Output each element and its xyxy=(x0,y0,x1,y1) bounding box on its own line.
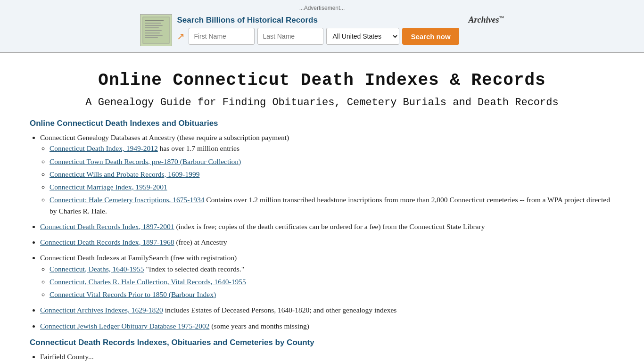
last-name-input[interactable] xyxy=(257,28,323,45)
ct-jewish-ledger-link[interactable]: Connecticut Jewish Ledger Obituary Datab… xyxy=(40,322,209,330)
ct-jewish-ledger-suffix: (some years and months missing) xyxy=(211,322,309,330)
list-item: Connecticut, Deaths, 1640-1955 "Index to… xyxy=(50,263,614,274)
list-item: Connecticut: Hale Cemetery Inscriptions,… xyxy=(50,194,614,216)
list-item: Connecticut Vital Records Prior to 1850 … xyxy=(50,289,614,300)
ancestry-intro: Connecticut Genealogy Databases at Ances… xyxy=(40,133,289,141)
ct-death-index-link[interactable]: Connecticut Death Index, 1949-2012 xyxy=(50,144,158,152)
list-item: Connecticut Marriage Index, 1959-2001 xyxy=(50,181,614,192)
svg-rect-4 xyxy=(145,27,159,28)
ad-form-title: Search Billions of Historical Records xyxy=(177,16,459,25)
section1-list: Connecticut Genealogy Databases at Ances… xyxy=(40,132,614,331)
list-item-death-records-1897-2001: Connecticut Death Records Index, 1897-20… xyxy=(40,221,614,232)
ct-archives-link[interactable]: Connecticut Archives Indexes, 1629-1820 xyxy=(40,306,163,314)
familysearch-sublist: Connecticut, Deaths, 1640-1955 "Index to… xyxy=(50,263,614,300)
page-title: Online Connecticut Death Indexes & Recor… xyxy=(30,71,614,90)
svg-rect-5 xyxy=(145,30,162,31)
ad-banner: ...Advertisement... Search Billions of H… xyxy=(0,0,644,52)
archives-logo: Archives™ xyxy=(469,14,504,25)
svg-rect-2 xyxy=(145,23,161,24)
ct-wills-link[interactable]: Connecticut Wills and Probate Records, 1… xyxy=(50,170,200,178)
list-item-fairfield: Fairfield County... Fairfield Citizen Ne… xyxy=(40,351,614,362)
svg-rect-3 xyxy=(145,25,163,26)
ad-label: ...Advertisement... xyxy=(0,5,644,11)
ct-deaths-1640-link[interactable]: Connecticut, Deaths, 1640-1955 xyxy=(50,265,144,273)
section2-list: Fairfield County... Fairfield Citizen Ne… xyxy=(40,351,614,362)
ct-death-records-1968-suffix: (free) at Ancestry xyxy=(176,238,227,246)
ct-archives-suffix: includes Estates of Deceased Persons, 16… xyxy=(165,306,397,314)
ct-vital-records-link[interactable]: Connecticut Vital Records Prior to 1850 … xyxy=(50,290,216,298)
ct-marriage-link[interactable]: Connecticut Marriage Index, 1959-2001 xyxy=(50,183,167,191)
list-item: Connecticut Wills and Probate Records, 1… xyxy=(50,169,614,180)
svg-rect-6 xyxy=(145,33,160,33)
ct-deaths-1640-suffix: "Index to selected death records." xyxy=(146,265,244,273)
ancestry-sublist: Connecticut Death Index, 1949-2012 has o… xyxy=(50,143,614,216)
ct-town-death-link[interactable]: Connecticut Town Death Records, pre-1870… xyxy=(50,157,241,165)
list-item: Connecticut, Charles R. Hale Collection,… xyxy=(50,276,614,287)
search-now-button[interactable]: Search now xyxy=(402,28,459,45)
list-item: Connecticut Death Index, 1949-2012 has o… xyxy=(50,143,614,154)
list-item-familysearch: Connecticut Death Indexes at FamilySearc… xyxy=(40,252,614,300)
familysearch-intro: Connecticut Death Indexes at FamilySearc… xyxy=(40,254,237,262)
section2-heading: Connecticut Death Records Indexes, Obitu… xyxy=(30,338,614,347)
ct-hale-vital-link[interactable]: Connecticut, Charles R. Hale Collection,… xyxy=(50,278,246,286)
list-item-archives: Connecticut Archives Indexes, 1629-1820 … xyxy=(40,304,614,315)
page-subtitle: A Genealogy Guide for Finding Obituaries… xyxy=(30,97,614,108)
section1-heading: Online Connecticut Death Indexes and Obi… xyxy=(30,119,614,128)
list-item-death-records-1897-1968: Connecticut Death Records Index, 1897-19… xyxy=(40,237,614,247)
ct-death-index-suffix: has over 1.7 million entries xyxy=(160,144,239,152)
ad-thumbnail xyxy=(140,14,172,46)
main-content: Online Connecticut Death Indexes & Recor… xyxy=(16,53,628,362)
first-name-input[interactable] xyxy=(189,28,255,45)
ad-form-area: Search Billions of Historical Records ↗ … xyxy=(177,16,459,45)
location-select[interactable]: All United States Connecticut New York M… xyxy=(326,28,399,45)
list-item: Connecticut Town Death Records, pre-1870… xyxy=(50,156,614,167)
ct-death-records-1968-link[interactable]: Connecticut Death Records Index, 1897-19… xyxy=(40,238,174,246)
list-item-ancestry: Connecticut Genealogy Databases at Ances… xyxy=(40,132,614,216)
ct-death-records-2001-suffix: (index is free; copies of the death cert… xyxy=(176,222,485,230)
ad-form-row: ↗ All United States Connecticut New York… xyxy=(177,28,459,45)
ct-death-records-2001-link[interactable]: Connecticut Death Records Index, 1897-20… xyxy=(40,222,174,230)
ad-arrow-icon: ↗ xyxy=(177,31,185,42)
fairfield-county-label: Fairfield County... xyxy=(40,353,94,361)
ad-inner: Search Billions of Historical Records ↗ … xyxy=(140,14,504,46)
svg-rect-8 xyxy=(145,37,158,38)
ct-hale-cemetery-link[interactable]: Connecticut: Hale Cemetery Inscriptions,… xyxy=(50,196,204,204)
list-item-jewish-ledger: Connecticut Jewish Ledger Obituary Datab… xyxy=(40,321,614,331)
svg-rect-1 xyxy=(145,20,164,21)
svg-rect-7 xyxy=(145,35,163,36)
